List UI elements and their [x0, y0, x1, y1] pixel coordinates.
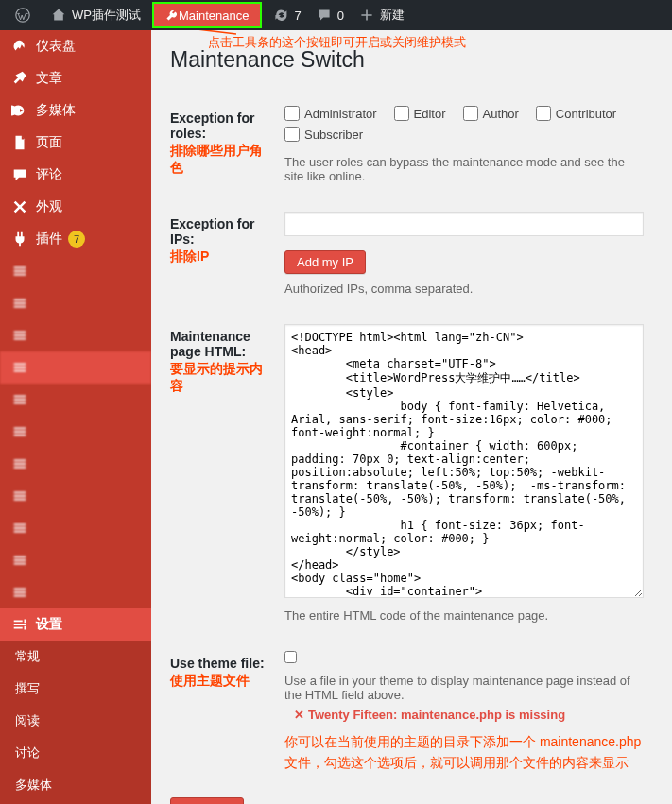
ips-description: Authorized IPs, comma separated. — [284, 282, 644, 296]
svg-rect-9 — [14, 332, 26, 334]
sidebar-item[interactable]: 仪表盘 — [0, 30, 151, 62]
role-label: Editor — [414, 107, 446, 121]
admin-sidebar: 仪表盘文章多媒体页面评论外观插件7设置常规撰写阅读讨论多媒体固定链接Mainte… — [0, 30, 151, 804]
sidebar-item[interactable] — [0, 319, 151, 351]
svg-rect-15 — [14, 396, 26, 398]
svg-rect-30 — [14, 556, 26, 558]
sidebar-item[interactable] — [0, 512, 151, 544]
admin-bar: WP插件测试 Maintenance 7 0 新建 — [0, 0, 672, 30]
ips-label: Exception for IPs: — [170, 216, 254, 247]
roles-description: The user roles can bypass the maintenanc… — [284, 155, 644, 183]
theme-missing-warning: ✕Twenty Fifteen: maintenance.php is miss… — [294, 708, 644, 722]
menu-icon — [11, 327, 28, 344]
new-content-button[interactable]: 新建 — [352, 0, 412, 30]
theme-usage-note: 你可以在当前使用的主题的目录下添加一个 maintenance.php 文件，勾… — [284, 731, 644, 774]
sidebar-subitem[interactable]: 讨论 — [0, 737, 151, 769]
wp-logo[interactable] — [8, 0, 43, 30]
sidebar-item[interactable]: 页面 — [0, 127, 151, 159]
site-name-text: WP插件测试 — [72, 7, 141, 24]
add-my-ip-button[interactable]: Add my IP — [284, 250, 366, 274]
svg-rect-24 — [14, 492, 26, 494]
sidebar-item-label: 仪表盘 — [36, 38, 76, 55]
sidebar-item[interactable] — [0, 384, 151, 416]
role-checkbox-editor[interactable]: Editor — [394, 106, 446, 121]
role-checkbox-input[interactable] — [284, 106, 300, 121]
sidebar-subitem[interactable]: 撰写 — [0, 673, 151, 705]
role-checkbox-input[interactable] — [536, 106, 551, 121]
menu-icon — [11, 359, 28, 376]
svg-rect-3 — [14, 267, 26, 269]
svg-rect-20 — [14, 435, 26, 436]
svg-rect-14 — [14, 370, 26, 372]
update-badge: 7 — [68, 231, 85, 248]
svg-rect-11 — [14, 338, 26, 340]
svg-rect-29 — [14, 531, 26, 533]
sidebar-item[interactable] — [0, 416, 151, 448]
updates-indicator[interactable]: 7 — [266, 0, 308, 30]
roles-label-zh: 排除哪些用户角色 — [170, 143, 266, 177]
sidebar-item[interactable]: 多媒体 — [0, 94, 151, 127]
svg-rect-28 — [14, 527, 26, 529]
sidebar-item[interactable]: 设置 — [0, 608, 151, 641]
sidebar-subitem[interactable]: 多媒体 — [0, 769, 151, 801]
sidebar-item[interactable] — [0, 448, 151, 480]
sidebar-item[interactable]: 插件7 — [0, 223, 151, 255]
role-label: Administrator — [304, 107, 377, 121]
sidebar-subitem[interactable]: 阅读 — [0, 705, 151, 737]
sidebar-item[interactable] — [0, 351, 151, 384]
svg-rect-19 — [14, 431, 26, 433]
menu-icon — [11, 263, 28, 280]
menu-icon — [11, 488, 28, 505]
sidebar-subitem[interactable]: 常规 — [0, 641, 151, 673]
user-menu[interactable] — [649, 0, 664, 30]
svg-rect-32 — [14, 563, 26, 565]
svg-rect-23 — [14, 467, 26, 469]
sidebar-item[interactable] — [0, 480, 151, 512]
sidebar-item-label: 评论 — [36, 166, 62, 183]
role-label: Subscriber — [304, 128, 363, 142]
comment-icon — [11, 166, 28, 183]
role-checkbox-input[interactable] — [463, 106, 478, 121]
site-name[interactable]: WP插件测试 — [43, 0, 148, 30]
maintenance-toggle-button[interactable]: Maintenance — [152, 2, 262, 28]
sidebar-item[interactable]: 外观 — [0, 191, 151, 223]
svg-rect-10 — [14, 334, 26, 336]
svg-rect-5 — [14, 274, 26, 276]
role-checkbox-input[interactable] — [394, 106, 409, 121]
roles-label: Exception for roles: — [170, 111, 254, 141]
svg-rect-34 — [14, 591, 26, 593]
settings-form: Exception for roles:排除哪些用户角色 Administrat… — [170, 92, 653, 788]
sidebar-item[interactable] — [0, 287, 151, 319]
menu-icon — [11, 455, 28, 472]
maintenance-label: Maintenance — [179, 9, 249, 23]
ips-input[interactable] — [284, 212, 644, 236]
svg-rect-35 — [14, 595, 26, 597]
role-checkbox-contributor[interactable]: Contributor — [536, 106, 616, 121]
svg-rect-6 — [14, 299, 26, 301]
comments-indicator[interactable]: 0 — [309, 0, 352, 30]
sidebar-item-label: 插件 — [36, 231, 62, 248]
svg-rect-27 — [14, 524, 26, 526]
sidebar-item[interactable]: 评论 — [0, 159, 151, 191]
sidebar-item[interactable] — [0, 255, 151, 287]
role-checkbox-input[interactable] — [284, 127, 300, 142]
svg-rect-31 — [14, 559, 26, 561]
use-theme-file-checkbox[interactable] — [284, 651, 297, 663]
svg-rect-22 — [14, 463, 26, 465]
svg-rect-17 — [14, 402, 26, 404]
svg-point-0 — [16, 9, 29, 22]
sidebar-item[interactable] — [0, 576, 151, 608]
maintenance-html-textarea[interactable]: <!DOCTYPE html><html lang="zh-CN"> <head… — [284, 324, 644, 598]
role-label: Contributor — [556, 107, 616, 121]
sidebar-item[interactable] — [0, 544, 151, 576]
svg-rect-16 — [14, 399, 26, 401]
role-label: Author — [483, 107, 519, 121]
sidebar-item[interactable]: 文章 — [0, 62, 151, 94]
role-checkbox-author[interactable]: Author — [463, 106, 519, 121]
save-changes-button[interactable]: 保存更改 — [170, 797, 244, 804]
html-description: The entire HTML code of the maintenance … — [284, 608, 644, 623]
menu-icon — [11, 584, 28, 601]
role-checkbox-subscriber[interactable]: Subscriber — [284, 127, 363, 142]
menu-icon — [11, 552, 28, 569]
role-checkbox-administrator[interactable]: Administrator — [284, 106, 377, 121]
